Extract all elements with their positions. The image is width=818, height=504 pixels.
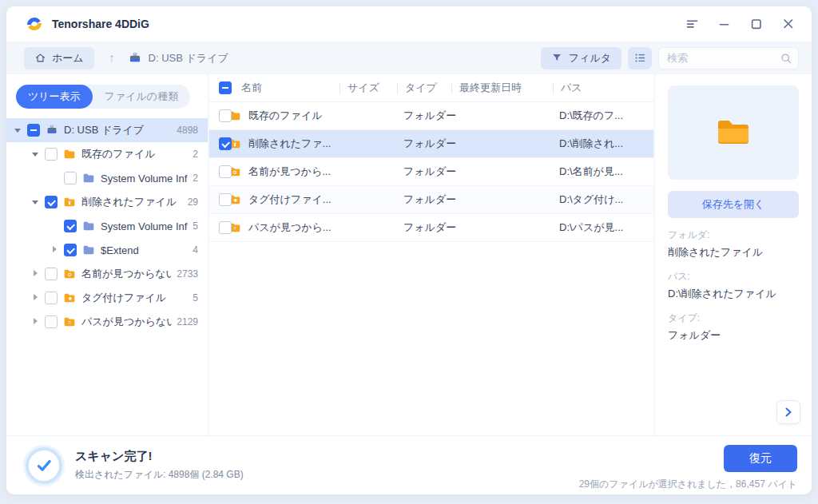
tree-item-count: 5 [193,220,198,232]
expander-closed-icon[interactable] [32,318,40,326]
expander-closed-icon[interactable] [51,246,59,254]
field-value: D:\削除されたファイル [668,287,799,301]
recover-button[interactable]: 復元 [724,445,797,472]
table-row[interactable]: タグ付けファイ... フォルダー D:\タグ付け... [209,186,653,214]
table-row[interactable]: 既存のファイル フォルダー D:\既存のフ... [209,102,653,130]
sidebar: ツリー表示 ファイルの種類 D: USB ドライブ 4898 既存のファイル 2 [6,74,208,435]
usb-drive-icon [128,51,142,65]
search-input[interactable] [658,47,799,69]
file-preview [668,85,799,180]
tree-item-tagged-files[interactable]: タグ付けファイル 5 [6,286,208,310]
field-value: 削除されたファイル [668,245,799,260]
funnel-icon [551,52,563,64]
open-save-location-button[interactable]: 保存先を開く [668,191,799,218]
checkbox-checked[interactable] [64,244,77,256]
expander-none [51,222,59,230]
view-mode-button[interactable] [628,47,652,69]
breadcrumb[interactable]: D: USB ドライブ [128,51,228,65]
tree-item-usb-drive[interactable]: D: USB ドライブ 4898 [6,118,208,142]
row-type: フォルダー [403,220,458,235]
maximize-icon[interactable] [749,18,764,30]
folder-icon [63,148,76,161]
table-row[interactable]: 名前が見つから... フォルダー D:\名前が見... [209,158,653,186]
row-checkbox[interactable] [219,137,232,150]
row-checkbox[interactable] [219,193,232,206]
folder-blue-icon [82,220,95,232]
tree-item-extend[interactable]: $Extend 4 [6,238,208,262]
tree-item-path-not-found[interactable]: パスが見つからない... 2129 [6,310,208,334]
checkbox-unchecked[interactable] [45,292,58,304]
select-all-checkbox[interactable] [219,81,232,94]
check-icon [34,455,54,476]
app-logo-icon [24,14,45,34]
tree-item-system-volume-info-deleted[interactable]: System Volume Info... 5 [6,214,208,238]
filter-label: フィルタ [569,51,611,65]
up-arrow-icon[interactable]: ↑ [109,51,115,65]
tab-file-types[interactable]: ファイルの種類 [93,85,191,109]
row-path: D:\タグ付け... [559,192,653,207]
tree-item-count: 2 [193,173,198,184]
folder-trash-icon [63,196,76,208]
row-name: パスが見つから... [248,220,332,235]
checkbox-checked[interactable] [45,196,58,208]
tree-item-deleted-files[interactable]: 削除されたファイル 29 [6,190,208,214]
tree-item-name-not-found[interactable]: 名前が見つからない... 2733 [6,262,208,286]
expander-closed-icon[interactable] [32,270,40,278]
row-checkbox[interactable] [219,165,232,178]
detail-field-folder: フォルダ: 削除されたファイル [668,228,799,260]
checkbox-checked[interactable] [64,220,77,232]
tree-item-count: 29 [188,196,198,208]
tree-item-label: 名前が見つからない... [81,267,172,281]
field-label: パス: [668,270,799,284]
checkbox-unchecked[interactable] [45,315,58,328]
tree-item-count: 4 [193,244,198,256]
column-header-size[interactable]: サイズ [346,81,403,95]
column-header-type[interactable]: タイプ [403,81,458,95]
next-panel-button[interactable] [776,400,800,424]
tab-tree-view[interactable]: ツリー表示 [16,85,93,109]
expander-open-icon[interactable] [32,198,40,206]
column-header-path[interactable]: パス [559,81,653,95]
checkbox-indeterminate[interactable] [27,124,40,137]
row-checkbox[interactable] [219,221,232,234]
row-name: 名前が見つから... [248,165,331,179]
tree-item-count: 2 [193,149,198,160]
scan-status-title: スキャン完了! [75,449,244,464]
folder-big-icon [714,113,752,152]
checkbox-unchecked[interactable] [45,268,58,280]
folder-circle-icon [63,268,76,280]
tree-item-label: パスが見つからない... [81,315,172,329]
expander-open-icon[interactable] [14,126,22,134]
checkbox-unchecked[interactable] [64,172,77,185]
close-icon[interactable] [781,18,796,30]
selection-info: 29個のファイルが選択されました，86,457 バイト [579,478,797,491]
tree-item-label: System Volume Info... [101,220,188,232]
scan-status-subtitle: 検出されたファイル: 4898個 (2.84 GB) [75,468,244,482]
menu-icon[interactable] [685,18,700,30]
row-type: フォルダー [403,165,458,179]
field-label: タイプ: [668,312,799,325]
table-row[interactable]: パスが見つから... フォルダー D:\パスが見... [209,214,653,242]
column-header-name[interactable]: 名前 [240,81,346,95]
detail-field-path: パス: D:\削除されたファイル [668,270,799,301]
app-title: Tenorshare 4DDiG [52,18,149,30]
tree-item-existing-files[interactable]: 既存のファイル 2 [6,142,208,166]
filter-button[interactable]: フィルタ [541,47,621,69]
tree-item-count: 5 [193,292,198,304]
expander-open-icon[interactable] [32,150,40,158]
minimize-icon[interactable] [717,18,732,30]
field-value: フォルダー [668,328,799,343]
row-checkbox[interactable] [219,109,232,122]
table-row[interactable]: 削除されたファ... フォルダー D:\削除され... [209,130,653,158]
row-name: 既存のファイル [248,109,323,123]
column-header-modified[interactable]: 最終更新日時 [458,81,559,95]
home-button[interactable]: ホーム [24,47,94,69]
checkbox-unchecked[interactable] [45,148,58,161]
row-type: フォルダー [403,109,458,123]
sidebar-tabs: ツリー表示 ファイルの種類 [16,85,190,109]
folder-lines-icon [63,315,76,328]
expander-closed-icon[interactable] [32,294,40,302]
tree-item-system-volume-info[interactable]: System Volume Info... 2 [6,166,208,190]
search-icon[interactable] [780,52,792,65]
detail-field-type: タイプ: フォルダー [668,312,799,343]
